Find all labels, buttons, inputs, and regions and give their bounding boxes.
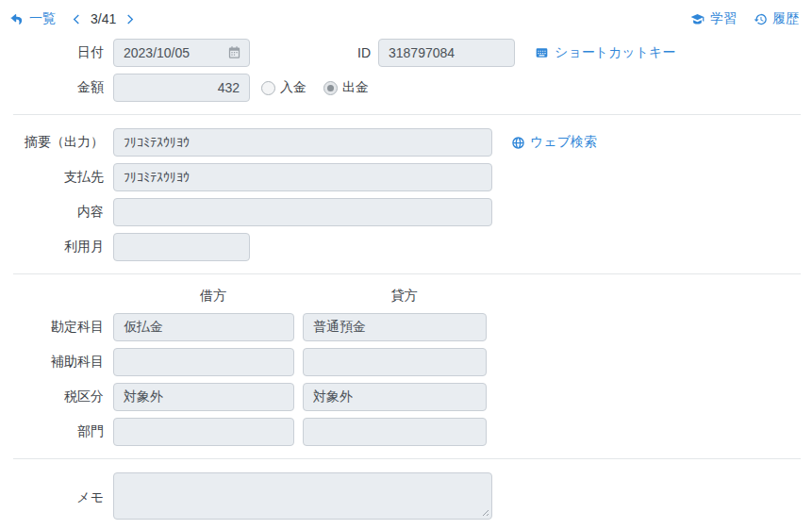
memo-label: メモ xyxy=(0,489,113,506)
pager: 3/41 xyxy=(71,11,136,26)
section-divider xyxy=(13,458,801,459)
id-label: ID xyxy=(357,45,378,60)
department-label: 部門 xyxy=(0,423,113,440)
tax-class-label: 税区分 xyxy=(0,388,113,405)
content-label: 内容 xyxy=(0,204,113,221)
section-divider xyxy=(13,273,801,274)
department-credit-input[interactable] xyxy=(303,418,487,446)
ledger-row-account: 勘定科目 xyxy=(0,313,812,341)
usage-month-input[interactable] xyxy=(113,233,250,261)
subaccount-debit-input[interactable] xyxy=(113,348,294,376)
pager-position: 3/41 xyxy=(91,11,116,26)
topbar: 一覧 3/41 学習 履歴 xyxy=(0,0,812,34)
learn-label: 学習 xyxy=(710,10,737,27)
radio-unchecked-icon xyxy=(261,81,275,95)
web-search-link[interactable]: ウェブ検索 xyxy=(511,134,597,151)
graduation-cap-icon xyxy=(689,12,705,26)
summary-label: 摘要（出力） xyxy=(0,134,113,151)
account-debit-input[interactable] xyxy=(113,313,294,341)
amount-input[interactable] xyxy=(113,74,250,102)
radio-withdrawal-label: 出金 xyxy=(342,79,369,96)
back-to-list-link[interactable]: 一覧 xyxy=(9,10,56,27)
date-input[interactable] xyxy=(113,39,250,67)
shortcut-key-link[interactable]: ショートカットキー xyxy=(534,44,675,61)
debit-header: 借方 xyxy=(123,288,304,305)
usage-month-label: 利用月 xyxy=(0,239,113,256)
chevron-right-icon[interactable] xyxy=(124,13,136,25)
id-input[interactable] xyxy=(378,39,515,67)
globe-icon xyxy=(511,136,525,150)
radio-deposit-label: 入金 xyxy=(280,79,307,96)
history-link[interactable]: 履歴 xyxy=(754,10,799,27)
credit-header: 貸方 xyxy=(312,288,496,305)
account-label: 勘定科目 xyxy=(0,319,113,336)
radio-withdrawal[interactable]: 出金 xyxy=(323,79,369,96)
tax-class-debit-input[interactable] xyxy=(113,383,294,411)
date-label: 日付 xyxy=(0,44,113,61)
chevron-left-icon[interactable] xyxy=(71,13,83,25)
reply-icon xyxy=(9,12,25,25)
history-icon xyxy=(754,12,768,26)
history-label: 履歴 xyxy=(772,10,799,27)
direction-radio-group: 入金 出金 xyxy=(261,79,369,96)
back-to-list-label: 一覧 xyxy=(29,10,56,27)
amount-label: 金額 xyxy=(0,79,113,96)
tax-class-credit-input[interactable] xyxy=(303,383,487,411)
keyboard-icon xyxy=(534,46,550,59)
ledger-row-subaccount: 補助科目 xyxy=(0,348,812,376)
learn-link[interactable]: 学習 xyxy=(689,10,737,27)
subaccount-label: 補助科目 xyxy=(0,354,113,371)
radio-checked-icon xyxy=(323,81,338,95)
payee-label: 支払先 xyxy=(0,169,113,186)
memo-textarea[interactable] xyxy=(113,472,492,520)
web-search-label: ウェブ検索 xyxy=(530,134,597,151)
subaccount-credit-input[interactable] xyxy=(303,348,487,376)
section-divider xyxy=(13,114,801,115)
ledger-row-tax: 税区分 xyxy=(0,383,812,411)
ledger-header-row: 借方 貸方 xyxy=(0,288,812,305)
department-debit-input[interactable] xyxy=(113,418,294,446)
transaction-form: 日付 ID ショートカットキー 金額 入金 出金 xyxy=(0,34,812,522)
content-input[interactable] xyxy=(113,198,492,226)
summary-input[interactable] xyxy=(113,128,492,157)
payee-input[interactable] xyxy=(113,163,492,191)
shortcut-key-label: ショートカットキー xyxy=(555,44,675,61)
radio-deposit[interactable]: 入金 xyxy=(261,79,307,96)
account-credit-input[interactable] xyxy=(303,313,487,341)
ledger-row-department: 部門 xyxy=(0,418,812,446)
